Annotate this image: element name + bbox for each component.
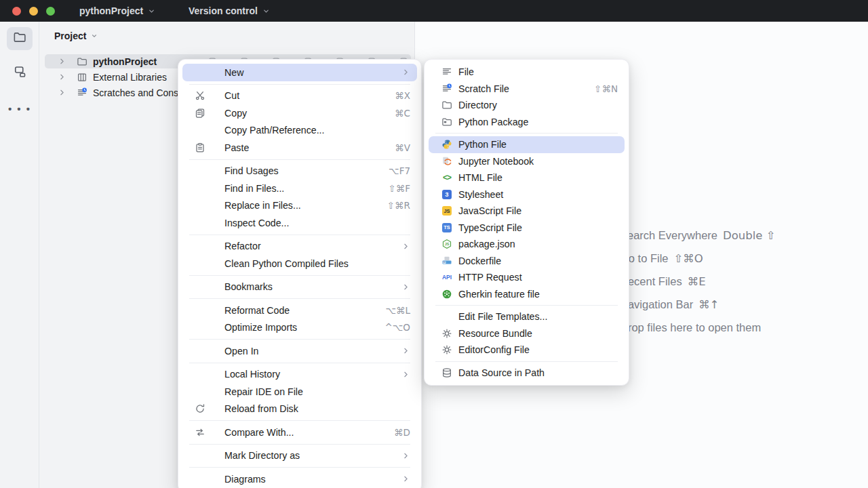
menu-separator xyxy=(189,84,410,85)
database-icon xyxy=(441,367,453,378)
menu-item-diagrams[interactable]: Diagrams xyxy=(182,470,417,488)
sidebar-item-project[interactable] xyxy=(7,27,33,50)
menu-item-label: Reload from Disk xyxy=(224,403,298,414)
menu-item-editorconfig-file[interactable]: EditorConfig File xyxy=(429,342,625,359)
chevron-right-icon[interactable] xyxy=(58,57,67,66)
menu-item-label: Diagrams xyxy=(224,474,266,485)
menu-item-repair-ide-on-file[interactable]: Repair IDE on File xyxy=(182,383,417,401)
menu-item-new[interactable]: New xyxy=(182,64,417,81)
menu-item-label: Jupyter Notebook xyxy=(458,156,534,167)
project-panel-header[interactable]: Project xyxy=(54,30,98,41)
menu-item-refactor[interactable]: Refactor xyxy=(182,238,417,256)
menu-item-label: Edit File Templates... xyxy=(458,311,547,322)
refresh-icon xyxy=(193,403,207,414)
packagejson-icon: JS xyxy=(441,239,453,249)
menu-item-find-in-files[interactable]: Find in Files...⇧⌘F xyxy=(182,180,417,197)
menu-item-python-file[interactable]: Python File xyxy=(429,136,625,153)
menu-item-stylesheet[interactable]: 3Stylesheet xyxy=(429,186,625,203)
hint-action: Drop files here to open them xyxy=(620,321,761,334)
gear-icon xyxy=(441,328,453,339)
menu-item-label: Scratch File xyxy=(458,83,509,94)
menu-item-reformat-code[interactable]: Reformat Code⌥⌘L xyxy=(182,302,417,319)
menu-separator xyxy=(189,159,410,160)
project-widget-label: pythonProject xyxy=(79,5,143,16)
html-icon: <> xyxy=(441,173,453,182)
menu-separator xyxy=(189,235,410,235)
svg-text:D: D xyxy=(443,261,446,264)
tool-window-stripe: • • • xyxy=(0,22,39,488)
menu-item-scratch-file[interactable]: Scratch File⇧⌘N xyxy=(429,81,625,98)
menu-item-label: Directory xyxy=(458,100,497,110)
menu-item-bookmarks[interactable]: Bookmarks xyxy=(182,279,417,296)
menu-item-file[interactable]: File xyxy=(429,64,625,81)
menu-item-reload-from-disk[interactable]: Reload from Disk xyxy=(182,401,417,418)
traffic-light-close-button[interactable] xyxy=(12,7,21,16)
menu-item-replace-in-files[interactable]: Replace in Files...⇧⌘R xyxy=(182,197,417,215)
menu-item-javascript-file[interactable]: JSJavaScript File xyxy=(429,203,625,220)
menu-separator xyxy=(189,420,410,421)
hint-shortcut: ⌘E xyxy=(688,275,706,288)
menu-item-python-package[interactable]: Python Package xyxy=(429,114,625,131)
compare-icon xyxy=(193,427,207,438)
menu-item-label: Copy Path/Reference... xyxy=(224,125,324,136)
traffic-light-zoom-button[interactable] xyxy=(46,7,55,16)
menu-item-dockerfile[interactable]: DDockerfile xyxy=(429,253,625,270)
menu-item-label: HTTP Request xyxy=(458,272,522,283)
menu-item-label: Resource Bundle xyxy=(458,328,532,339)
menu-item-data-source-in-path[interactable]: Data Source in Path xyxy=(429,365,625,382)
menu-item-inspect-code[interactable]: Inspect Code... xyxy=(182,214,417,232)
menu-item-open-in[interactable]: Open In xyxy=(182,342,417,360)
menu-item-label: Replace in Files... xyxy=(224,200,301,211)
submenu-arrow-icon xyxy=(401,242,410,251)
menu-item-copy[interactable]: Copy⌘C xyxy=(182,104,417,122)
menu-item-clean-python-compiled-files[interactable]: Clean Python Compiled Files xyxy=(182,255,417,272)
menu-separator xyxy=(189,339,410,340)
chevron-down-icon xyxy=(148,7,155,15)
chevron-right-icon[interactable] xyxy=(58,88,67,97)
menu-item-paste[interactable]: Paste⌘V xyxy=(182,139,417,157)
sidebar-item-structure[interactable] xyxy=(7,61,33,84)
menu-item-gherkin-feature-file[interactable]: Gherkin feature file xyxy=(429,286,625,303)
editor-hint-drop-files-here-to-open-them: Drop files here to open them xyxy=(620,320,761,335)
menu-separator xyxy=(189,298,410,299)
menu-item-resource-bundle[interactable]: Resource Bundle xyxy=(429,325,625,342)
menu-item-shortcut: ⌘X xyxy=(387,90,410,101)
menu-item-optimize-imports[interactable]: Optimize Imports^⌥O xyxy=(182,319,417,337)
menu-separator xyxy=(189,275,410,276)
paste-icon xyxy=(193,142,207,153)
version-control-widget[interactable]: Version control xyxy=(189,0,270,22)
menu-item-typescript-file[interactable]: TSTypeScript File xyxy=(429,220,625,237)
menu-item-compare-with[interactable]: Compare With...⌘D xyxy=(182,424,417,441)
menu-item-label: Compare With... xyxy=(224,427,294,438)
menu-item-local-history[interactable]: Local History xyxy=(182,366,417,384)
menu-item-label: Inspect Code... xyxy=(224,218,289,228)
menu-item-shortcut: ^⌥O xyxy=(377,322,411,333)
menu-item-html-file[interactable]: <>HTML File xyxy=(429,169,625,186)
api-icon: API xyxy=(441,274,453,281)
more-tool-windows-button[interactable]: • • • xyxy=(0,103,39,115)
hint-shortcut: ⌘↑ xyxy=(698,298,719,311)
menu-item-cut[interactable]: Cut⌘X xyxy=(182,87,417,105)
structure-icon xyxy=(13,64,26,81)
more-dots-icon: • • • xyxy=(8,103,31,115)
menu-item-find-usages[interactable]: Find Usages⌥F7 xyxy=(182,163,417,180)
project-widget[interactable]: pythonProject xyxy=(79,0,155,22)
menu-item-edit-file-templates[interactable]: Edit File Templates... xyxy=(429,308,625,325)
js-icon: JS xyxy=(441,206,453,216)
traffic-light-minimize-button[interactable] xyxy=(29,7,38,16)
menu-item-label: Cut xyxy=(224,90,239,101)
menu-item-label: Clean Python Compiled Files xyxy=(224,258,349,269)
ts-icon: TS xyxy=(441,223,453,232)
chevron-down-icon xyxy=(91,30,98,41)
chevron-right-icon[interactable] xyxy=(58,73,67,81)
menu-item-package-json[interactable]: JSpackage.json xyxy=(429,236,625,253)
menu-item-jupyter-notebook[interactable]: Jupyter Notebook xyxy=(429,153,625,170)
menu-item-label: package.json xyxy=(458,239,515,249)
menu-item-label: Gherkin feature file xyxy=(458,289,540,300)
menu-item-mark-directory-as[interactable]: Mark Directory as xyxy=(182,447,417,465)
menu-item-copy-path-reference[interactable]: Copy Path/Reference... xyxy=(182,122,417,140)
menu-item-directory[interactable]: Directory xyxy=(429,97,625,114)
editor-hint-recent-files: Recent Files⌘E xyxy=(620,274,706,289)
menu-item-http-request[interactable]: APIHTTP Request xyxy=(429,269,625,286)
menu-item-label: Dockerfile xyxy=(458,256,501,266)
